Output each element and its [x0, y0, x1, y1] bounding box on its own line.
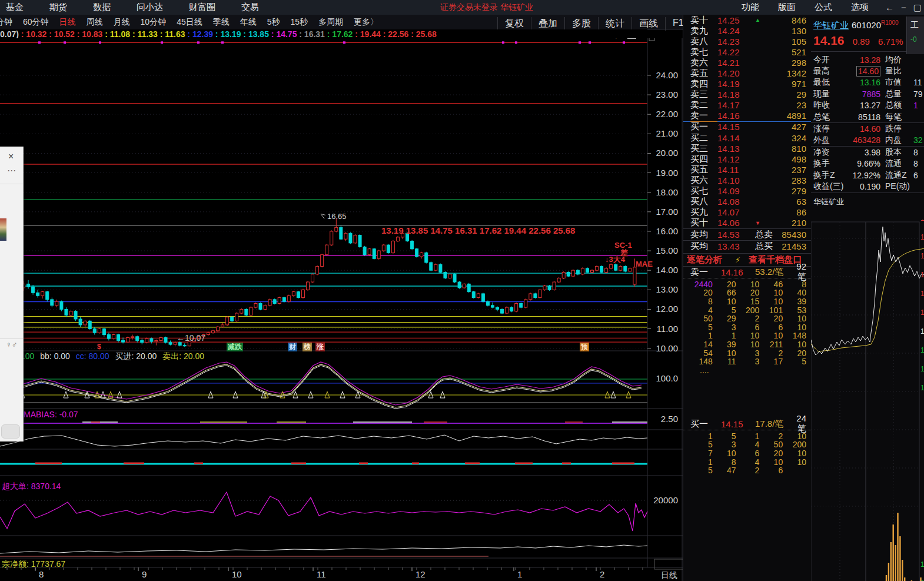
menu-item-数据[interactable]: 数据 — [80, 2, 124, 13]
tick-value: 101 — [759, 306, 783, 314]
stock-name[interactable]: 华钰矿业 — [813, 20, 849, 30]
stat-value: 13.16 — [844, 78, 880, 87]
panel-glyphs[interactable]: ♀♂ — [6, 341, 18, 349]
ask-row[interactable]: 卖五14.201342 — [683, 68, 811, 78]
ask-row[interactable]: 卖七14.22521 — [683, 47, 811, 57]
period-tab-45日线[interactable]: 45日线 — [171, 17, 208, 28]
tool-复权[interactable]: 复权 — [497, 17, 531, 31]
chart-badge-涨[interactable]: 涨 — [315, 343, 325, 351]
tool-统计[interactable]: 统计 — [598, 17, 631, 31]
stat-label: 换手Z — [813, 170, 844, 181]
tool-叠加[interactable]: 叠加 — [531, 17, 564, 31]
level-label: 买六 — [690, 175, 717, 186]
tick-value: 4 — [736, 457, 760, 466]
main-chart[interactable]: 24.0023.0022.0021.0020.0019.0018.0017.00… — [0, 38, 683, 581]
bid-row[interactable]: 买三14.13810 — [683, 143, 811, 154]
back-icon[interactable]: ← — [885, 2, 894, 13]
ask-row[interactable]: 卖九14.24130 — [683, 25, 811, 36]
menu-item-选项[interactable]: 选项 — [842, 2, 878, 13]
super-order-label: 超大单: 8370.14 — [2, 482, 61, 492]
bid-row[interactable]: 买二14.14324 — [683, 132, 811, 143]
tick-grid-row: 2066201040 — [689, 288, 806, 297]
bid-row[interactable]: 买八14.0863 — [683, 197, 811, 207]
period-tab-多周期[interactable]: 多周期 — [313, 17, 348, 28]
floating-side-panel[interactable]: × ⋯ ♀♂ — [0, 147, 24, 441]
mini-intraday-chart[interactable]: 111111111118 — [811, 220, 924, 581]
ask-row[interactable]: 卖八14.23105 — [683, 36, 811, 47]
ask-row[interactable]: 卖一14.164891 — [683, 111, 811, 122]
chart-badge-财[interactable]: 财 — [288, 343, 297, 351]
chart-badge-榜[interactable]: 榜 — [303, 343, 312, 351]
period-tab-月线[interactable]: 月线 — [108, 17, 135, 28]
ask-row[interactable]: 卖二14.1723 — [683, 100, 811, 111]
tool-画线[interactable]: 画线 — [631, 17, 665, 31]
x-axis-label: 8 — [39, 569, 44, 579]
period-tab-15秒[interactable]: 15秒 — [285, 17, 314, 28]
period-tab-年线[interactable]: 年线 — [235, 17, 262, 28]
stat-value: 85118 — [844, 112, 880, 122]
period-tab-日线[interactable]: 日线 — [54, 17, 81, 28]
bid-row[interactable]: 买九14.0786 — [683, 207, 811, 218]
level-price: 14.18 — [717, 89, 755, 99]
minimize-icon[interactable]: − — [901, 2, 906, 13]
level-label: 卖二 — [690, 99, 717, 111]
period-tab-10分钟[interactable]: 10分钟 — [135, 17, 172, 28]
signal-dot — [38, 41, 41, 44]
chart-badge-$[interactable]: $ — [96, 343, 102, 351]
stat-label: 股本 — [885, 147, 913, 158]
tick-value: 2 — [736, 314, 760, 323]
stat-value: 8 — [913, 159, 924, 168]
period-tab-季线[interactable]: 季线 — [208, 17, 235, 28]
stat-label: 净资 — [813, 147, 844, 158]
period-tab-周线[interactable]: 周线 — [81, 17, 108, 28]
close-icon[interactable]: × — [8, 151, 14, 162]
tick-value: 200 — [783, 440, 806, 449]
x-axis-label: 12 — [416, 569, 426, 579]
panel-button[interactable] — [1, 424, 20, 439]
period-tab-分钟[interactable]: 分钟 — [0, 17, 18, 28]
ask-row[interactable]: 卖十14.25▲846 — [683, 15, 811, 25]
tick-value: 148 — [783, 331, 806, 340]
menu-item-基金[interactable]: 基金 — [0, 2, 36, 13]
tick-value: 39 — [783, 297, 806, 306]
level-label: 卖三 — [690, 89, 717, 100]
tool-多股[interactable]: 多股 — [564, 17, 598, 31]
ask-row[interactable]: 卖六14.21298 — [683, 57, 811, 68]
period-tab-更多〉[interactable]: 更多〉 — [348, 17, 384, 28]
bid-row[interactable]: 买四14.12498 — [683, 154, 811, 164]
bid-row[interactable]: 买十14.06▼210 — [683, 218, 811, 228]
price-ladder-annotation: 13.19 13.85 14.75 16.31 17.62 19.44 22.5… — [381, 225, 575, 235]
mini-price-line — [811, 227, 924, 355]
maximize-icon[interactable]: ▢ — [913, 2, 922, 13]
stat-label: 流通Z — [885, 170, 913, 181]
stat-row: 现量7885总量79 — [811, 88, 924, 99]
ask-row[interactable]: 卖三14.1829 — [683, 89, 811, 100]
more-icon[interactable]: ⋯ — [7, 165, 16, 176]
ask-row[interactable]: 卖四14.19971 — [683, 79, 811, 89]
stat-row: 换手Z12.92%流通Z6 — [811, 170, 924, 181]
chart-badge-预[interactable]: 预 — [580, 343, 589, 351]
menu-item-公式[interactable]: 公式 — [805, 2, 842, 13]
chart-badge-减跌[interactable]: 减跌 — [227, 343, 243, 351]
main-menu: 基金期货数据问小达财富圈交易 — [0, 2, 272, 13]
tick-analysis-title[interactable]: 逐笔分析 — [687, 254, 722, 265]
period-tab-60分钟[interactable]: 60分钟 — [18, 17, 54, 28]
stat-row: 最高14.60量比 — [811, 65, 924, 77]
stat-value: 11 — [913, 78, 924, 87]
bid-row[interactable]: 买七14.09279 — [683, 186, 811, 197]
tick-value: 4 — [689, 306, 713, 314]
bid-row[interactable]: 买一14.15427 — [683, 122, 811, 132]
bid-row[interactable]: 买五14.11237 — [683, 164, 811, 175]
thumbnail-image[interactable] — [0, 218, 6, 241]
period-tab-5秒[interactable]: 5秒 — [262, 17, 285, 28]
level-price: 14.24 — [717, 26, 755, 36]
menu-item-交易[interactable]: 交易 — [228, 2, 272, 13]
menu-item-期货[interactable]: 期货 — [36, 2, 80, 13]
menu-item-问小达[interactable]: 问小达 — [124, 2, 176, 13]
menu-item-财富圈[interactable]: 财富圈 — [176, 2, 228, 13]
bid-row[interactable]: 买六14.10283 — [683, 175, 811, 185]
menu-item-版面[interactable]: 版面 — [769, 2, 805, 13]
level-volume: 23 — [762, 100, 806, 110]
menu-item-功能[interactable]: 功能 — [732, 2, 769, 13]
level-label: 卖九 — [690, 25, 717, 36]
